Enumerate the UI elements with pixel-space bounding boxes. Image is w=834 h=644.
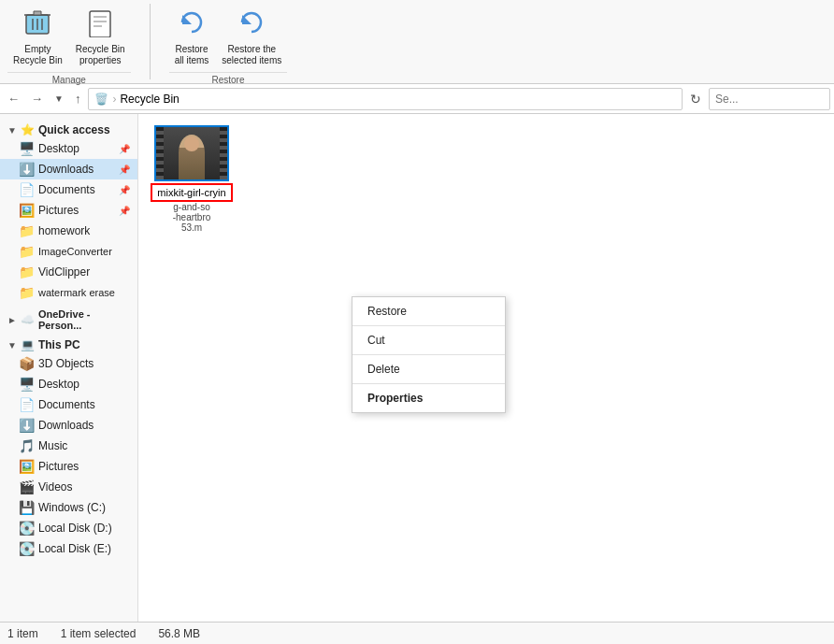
path-separator: › bbox=[112, 93, 116, 106]
windows-c-label: Windows (C:) bbox=[38, 501, 106, 514]
address-path[interactable]: 🗑️ › Recycle Bin bbox=[88, 88, 683, 110]
local-disk-d-label: Local Disk (D:) bbox=[38, 522, 112, 535]
documents-pc-label: Documents bbox=[38, 398, 95, 411]
recycle-bin-properties-icon bbox=[85, 7, 115, 42]
this-pc-chevron: ▼ bbox=[7, 340, 17, 351]
quick-access-label: Quick access bbox=[38, 123, 110, 136]
pictures-quick-pin: 📌 bbox=[119, 206, 130, 216]
sidebar-item-local-disk-e[interactable]: 💽 Local Disk (E:) bbox=[0, 538, 137, 559]
sidebar-item-imageconverter[interactable]: 📁 ImageConverter bbox=[0, 241, 137, 262]
search-input[interactable] bbox=[709, 88, 830, 110]
sidebar-item-quick-access[interactable]: ▼ ⭐ Quick access bbox=[0, 118, 137, 138]
context-menu: Restore Cut Delete Properties bbox=[352, 296, 506, 413]
main-layout: ▼ ⭐ Quick access 🖥️ Desktop 📌 ⬇️ Downloa… bbox=[0, 114, 834, 622]
file-name-line3: -heartbro bbox=[173, 212, 211, 222]
sidebar-item-watermark[interactable]: 📁 watermark erase bbox=[0, 282, 137, 303]
homework-label: homework bbox=[38, 224, 90, 237]
desktop-pc-icon: 🖥️ bbox=[19, 377, 35, 392]
address-bar: ← → ▼ ↑ 🗑️ › Recycle Bin ↻ bbox=[0, 84, 834, 114]
documents-quick-icon: 📄 bbox=[19, 182, 35, 197]
sidebar-item-desktop-quick[interactable]: 🖥️ Desktop 📌 bbox=[0, 138, 137, 159]
context-menu-separator-2 bbox=[352, 354, 505, 355]
empty-recycle-bin-button[interactable]: EmptyRecycle Bin bbox=[7, 4, 68, 70]
content-area: g-and-so -heartbro 53.m Restore Cut Dele… bbox=[138, 114, 834, 622]
recycle-bin-properties-label: Recycle Binproperties bbox=[76, 44, 125, 66]
sidebar-item-videos[interactable]: 🎬 Videos bbox=[0, 477, 137, 497]
context-menu-separator-3 bbox=[352, 383, 505, 384]
ribbon-divider-1 bbox=[150, 4, 151, 79]
recent-locations-button[interactable]: ▼ bbox=[50, 92, 67, 106]
music-label: Music bbox=[38, 439, 67, 452]
empty-recycle-bin-icon bbox=[22, 7, 52, 42]
watermark-label: watermark erase bbox=[38, 287, 115, 298]
sidebar-item-local-disk-d[interactable]: 💽 Local Disk (D:) bbox=[0, 518, 137, 538]
sidebar-item-vidclipper[interactable]: 📁 VidClipper bbox=[0, 262, 137, 282]
path-icon: 🗑️ bbox=[94, 93, 108, 106]
sidebar-item-music[interactable]: 🎵 Music bbox=[0, 436, 137, 456]
up-button[interactable]: ↑ bbox=[71, 90, 85, 107]
onedrive-chevron: ► bbox=[7, 315, 17, 325]
statusbar-selected: 1 item selected bbox=[61, 627, 137, 640]
desktop-quick-icon: 🖥️ bbox=[19, 141, 35, 156]
restore-selected-items-icon bbox=[237, 7, 266, 42]
sidebar-item-documents-pc[interactable]: 📄 Documents bbox=[0, 394, 137, 415]
restore-all-items-button[interactable]: Restoreall items bbox=[169, 4, 215, 70]
context-menu-properties[interactable]: Properties bbox=[352, 386, 505, 410]
3d-objects-label: 3D Objects bbox=[38, 357, 93, 370]
documents-quick-pin: 📌 bbox=[119, 185, 130, 195]
sidebar-item-pictures-pc[interactable]: 🖼️ Pictures bbox=[0, 456, 137, 477]
statusbar-size: 56.8 MB bbox=[158, 627, 200, 640]
sidebar-item-documents-quick[interactable]: 📄 Documents 📌 bbox=[0, 179, 137, 200]
onedrive-label: OneDrive - Person... bbox=[38, 308, 130, 331]
sidebar-item-windows-c[interactable]: 💾 Windows (C:) bbox=[0, 497, 137, 518]
imageconverter-icon: 📁 bbox=[19, 244, 35, 259]
forward-button[interactable]: → bbox=[27, 90, 47, 107]
refresh-button[interactable]: ↻ bbox=[686, 90, 705, 108]
file-name-input[interactable] bbox=[153, 187, 230, 198]
downloads-quick-label: Downloads bbox=[38, 163, 93, 176]
sidebar: ▼ ⭐ Quick access 🖥️ Desktop 📌 ⬇️ Downloa… bbox=[0, 114, 138, 622]
sidebar-item-3d-objects[interactable]: 📦 3D Objects bbox=[0, 353, 137, 374]
sidebar-item-pictures-quick[interactable]: 🖼️ Pictures 📌 bbox=[0, 200, 137, 221]
videos-icon: 🎬 bbox=[19, 479, 35, 494]
desktop-quick-pin: 📌 bbox=[119, 144, 130, 154]
this-pc-icon: 💻 bbox=[21, 338, 35, 351]
film-strip-right bbox=[220, 127, 227, 179]
downloads-quick-pin: 📌 bbox=[119, 165, 130, 175]
desktop-quick-label: Desktop bbox=[38, 142, 79, 155]
local-disk-e-label: Local Disk (E:) bbox=[38, 542, 111, 555]
sidebar-item-homework[interactable]: 📁 homework bbox=[0, 221, 137, 241]
recycle-bin-properties-button[interactable]: Recycle Binproperties bbox=[70, 4, 131, 70]
music-icon: 🎵 bbox=[19, 438, 35, 453]
svg-marker-9 bbox=[242, 15, 252, 24]
downloads-pc-label: Downloads bbox=[38, 419, 93, 432]
windows-c-icon: 💾 bbox=[19, 500, 35, 515]
file-name-edit-wrapper[interactable] bbox=[151, 183, 233, 202]
this-pc-label: This PC bbox=[38, 338, 80, 351]
file-name-line4: 53.m bbox=[181, 222, 202, 233]
sidebar-item-onedrive[interactable]: ► ☁️ OneDrive - Person... bbox=[0, 303, 137, 333]
back-button[interactable]: ← bbox=[4, 90, 23, 107]
svg-marker-8 bbox=[182, 15, 192, 24]
pictures-quick-icon: 🖼️ bbox=[19, 203, 35, 218]
sidebar-item-this-pc[interactable]: ▼ 💻 This PC bbox=[0, 333, 137, 353]
file-thumbnail bbox=[154, 125, 229, 181]
content-inner: g-and-so -heartbro 53.m bbox=[138, 114, 834, 244]
context-menu-restore[interactable]: Restore bbox=[352, 299, 505, 323]
quick-access-chevron: ▼ bbox=[7, 125, 17, 136]
local-disk-e-icon: 💽 bbox=[19, 541, 35, 556]
documents-quick-label: Documents bbox=[38, 183, 95, 196]
file-item[interactable]: g-and-so -heartbro 53.m bbox=[150, 125, 234, 233]
context-menu-cut[interactable]: Cut bbox=[352, 328, 505, 352]
ribbon: EmptyRecycle Bin Recycle Binproperties M… bbox=[0, 0, 834, 84]
vidclipper-label: VidClipper bbox=[38, 265, 90, 279]
restore-selected-items-button[interactable]: Restore theselected items bbox=[216, 4, 287, 70]
imageconverter-label: ImageConverter bbox=[38, 246, 112, 257]
sidebar-item-desktop-pc[interactable]: 🖥️ Desktop bbox=[0, 374, 137, 394]
sidebar-item-downloads-quick[interactable]: ⬇️ Downloads 📌 bbox=[0, 159, 137, 179]
downloads-pc-icon: ⬇️ bbox=[19, 418, 35, 433]
context-menu-delete[interactable]: Delete bbox=[352, 357, 505, 381]
pictures-quick-label: Pictures bbox=[38, 204, 79, 217]
manage-group-title: Manage bbox=[7, 72, 131, 87]
sidebar-item-downloads-pc[interactable]: ⬇️ Downloads bbox=[0, 415, 137, 436]
